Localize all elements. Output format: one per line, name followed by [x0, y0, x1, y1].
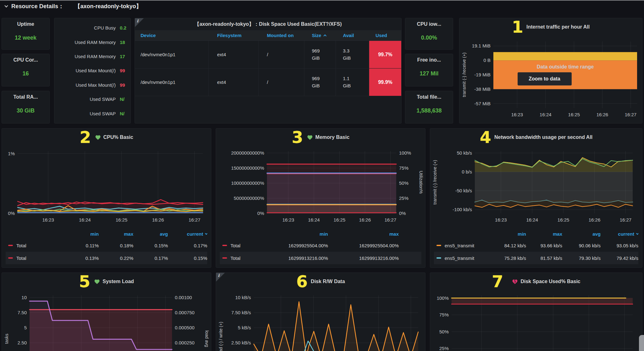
stat-list-value: 18	[120, 40, 128, 45]
panel-title[interactable]: Disk R/W Data	[311, 279, 345, 284]
stat-value: 16	[2, 70, 49, 77]
legend-series-name[interactable]: ens5_transmit	[445, 243, 487, 248]
legend-value: 0.15%	[133, 243, 168, 248]
svg-text:16:26: 16:26	[589, 217, 601, 222]
legend-value: 0.14%	[58, 268, 99, 268]
stat-list-label: Used SWAP	[58, 96, 116, 102]
disk-table: DeviceFilesystemMounted onSizeAvailUsed/…	[135, 30, 401, 96]
table-cell-dev: /dev/nvme0n1p1	[135, 41, 209, 69]
legend-sort-avg[interactable]: avg	[133, 231, 168, 237]
annotation-number: 3	[292, 129, 303, 145]
legend-value: 0.18%	[133, 268, 168, 268]
annotation-number: 6	[296, 273, 308, 290]
column-header-device[interactable]: Device	[135, 30, 209, 41]
legend-sort-min[interactable]: min	[262, 231, 328, 237]
stat-list-row: Used Max Mount(/)99	[58, 68, 128, 73]
legend-sort-min[interactable]: min	[487, 231, 526, 237]
broken-heart-icon	[512, 279, 518, 285]
series-color-swatch	[222, 245, 227, 246]
row-title: Resource Details：	[11, 3, 64, 10]
legend-series-name[interactable]: Total	[16, 255, 58, 261]
stat-panel-uptime: Uptime 12 week	[2, 18, 50, 50]
table-cell-mnt: /	[259, 69, 304, 96]
legend-value: 16299921408.00%	[399, 268, 421, 268]
column-header-mounted-on[interactable]: Mounted on	[259, 30, 304, 41]
legend-header-row: minmaxavg	[220, 228, 421, 239]
column-header-filesystem[interactable]: Filesystem	[209, 30, 258, 41]
series-color-swatch	[436, 245, 441, 246]
cpu-legend: minmaxavgcurrentTotal0.11%0.18%0.15%0.17…	[6, 228, 207, 268]
legend-sort-avg[interactable]: avg	[399, 231, 421, 237]
svg-text:16:26: 16:26	[152, 217, 164, 222]
panel-header: 7 Disk Space Used% Basic	[430, 273, 642, 290]
panel-memory-basic: 3 Memory Basic 16:2316:2416:2516:2616:27…	[216, 128, 425, 268]
stat-list-value: 99	[120, 68, 128, 73]
svg-text:-57 MiB: -57 MiB	[474, 101, 491, 106]
collapse-row-chevron-icon[interactable]	[4, 4, 8, 7]
legend-row: Total0.14%0.21%0.18%0.17%	[6, 264, 207, 268]
svg-text:0%: 0%	[8, 211, 15, 216]
legend-series-name[interactable]: Total	[16, 268, 58, 268]
table-row: /dev/nvme0n1p1ext4/969 GiB3.3 GiB99.7%	[135, 41, 401, 69]
column-header-avail[interactable]: Avail	[336, 30, 369, 41]
legend-sort-max[interactable]: max	[526, 231, 562, 237]
svg-text:50 kb/s: 50 kb/s	[457, 150, 472, 156]
legend-row: Total0.13%0.22%0.17%0.15%	[6, 252, 207, 264]
legend-sort-min[interactable]: min	[58, 231, 99, 237]
legend-value: 75.28 kb/s	[487, 255, 526, 261]
panel-title[interactable]: Memory Basic	[315, 134, 350, 140]
svg-text:16:26: 16:26	[597, 112, 608, 117]
legend-value: 0.13%	[58, 255, 99, 261]
legend-sort-avg[interactable]: avg	[562, 231, 601, 237]
svg-text:1%: 1%	[8, 151, 15, 156]
system-load-chart: 16:2316:2416:2516:2616:27107.5052.500.00…	[3, 291, 210, 351]
column-header-used[interactable]: Used	[369, 30, 401, 41]
svg-text:16:24: 16:24	[540, 112, 552, 117]
legend-sort-current[interactable]: current	[601, 231, 638, 237]
legend-value: 0.11%	[58, 243, 99, 248]
legend-value: 0.15%	[168, 255, 207, 261]
zoom-to-data-button[interactable]: Zoom to data	[518, 72, 572, 85]
legend-sort-max[interactable]: max	[99, 231, 133, 237]
stat-value: 127 Mil	[405, 70, 453, 77]
panel-disk-rw: i 6 Disk R/W Data 16:2316:2416:2516:2616…	[216, 272, 425, 351]
legend-series-name[interactable]: Total	[16, 243, 58, 248]
legend-row: Total16299921408.00%16299921408.00%16299…	[220, 264, 421, 268]
legend-sort-max[interactable]: max	[328, 231, 399, 237]
svg-text:-19 MiB: -19 MiB	[474, 72, 491, 77]
legend-series-name[interactable]: ens5_transmit	[445, 255, 487, 261]
legend-sort-current[interactable]: current	[168, 231, 207, 237]
svg-text:0 B: 0 B	[483, 58, 491, 63]
legend-row: ens5_transmit79.57 kb/s82.67 kb/s80.90 k…	[434, 264, 638, 268]
legend-value: 80.90 kb/s	[562, 268, 601, 268]
panel-title[interactable]: Internet traffic per hour All	[526, 24, 590, 30]
panel-title[interactable]: CPU% Basic	[103, 134, 133, 140]
series-color-swatch	[436, 257, 441, 259]
panel-title[interactable]: Disk Space Used% Basic	[520, 279, 580, 284]
svg-text:5 kB/s: 5 kB/s	[238, 325, 251, 330]
svg-text:75%: 75%	[399, 165, 408, 171]
chevron-down-icon	[636, 232, 638, 234]
panel-title[interactable]: Network bandwidth usage per second All	[494, 134, 592, 140]
stat-list-panel: CPU Busy0.2Used RAM Memory18Used RAM Mem…	[54, 18, 131, 123]
stat-title: CPU iow...	[405, 21, 453, 27]
panel-title[interactable]: System Load	[103, 279, 134, 284]
svg-text:5000000000%: 5000000000%	[234, 195, 264, 201]
svg-text:load avg: load avg	[204, 331, 209, 347]
stat-value: 12 week	[2, 35, 49, 41]
stat-value: 1,588,638	[405, 107, 453, 114]
stat-list-label: Used Max Mount(/)	[58, 82, 116, 88]
column-header-size[interactable]: Size	[304, 30, 336, 41]
legend-series-name[interactable]: ens5_transmit	[445, 268, 487, 268]
svg-text:16:25: 16:25	[568, 112, 580, 117]
annotation-number: 4	[480, 129, 491, 145]
stat-list-value: N/	[120, 96, 128, 102]
scrollbar-thumb[interactable]	[639, 335, 644, 351]
legend-series-name[interactable]: Total	[230, 243, 262, 248]
legend-series-name[interactable]: Total	[230, 255, 262, 261]
disk-table-title: 【axon-readonly-tokyo】：Disk Space Used Ba…	[135, 18, 401, 30]
annotation-number: 1	[512, 19, 523, 35]
legend-value: 16299913216.00%	[399, 255, 421, 261]
legend-series-name[interactable]: Total	[230, 268, 262, 268]
stat-list-label: CPU Busy	[58, 25, 116, 30]
